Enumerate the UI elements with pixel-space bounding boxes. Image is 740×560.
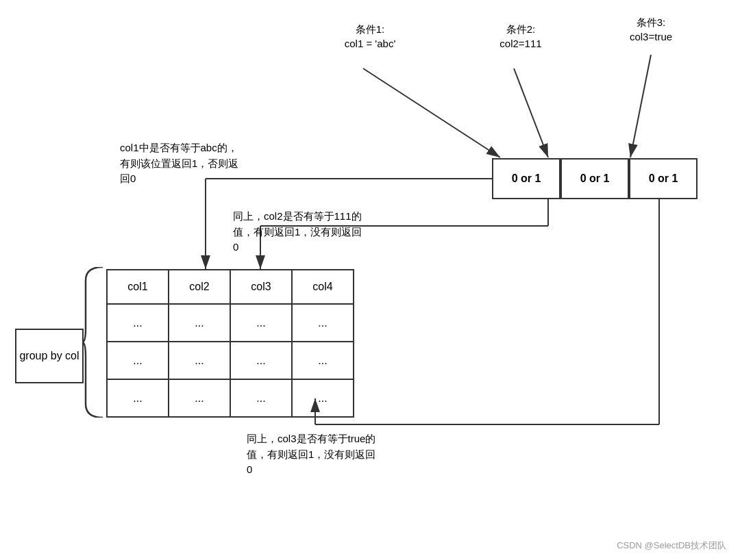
svg-line-4: [630, 55, 651, 157]
table-row: ... ... ... ...: [107, 304, 354, 342]
svg-line-2: [363, 68, 500, 157]
annotation-2: 同上，col2是否有等于111的 值，有则返回1，没有则返回 0: [233, 209, 452, 255]
col4-header: col4: [292, 270, 354, 304]
col3-header: col3: [230, 270, 292, 304]
condition2-label: 条件2: col2=111: [480, 22, 562, 51]
or-box-2: 0 or 1: [560, 158, 629, 199]
or-box-3: 0 or 1: [629, 158, 698, 199]
table-row: ... ... ... ...: [107, 342, 354, 379]
diagram-container: 条件1: col1 = 'abc' 条件2: col2=111 条件3: col…: [0, 0, 740, 560]
annotation-1: col1中是否有等于abc的， 有则该位置返回1，否则返 回0: [120, 140, 325, 187]
table-row: ... ... ... ...: [107, 379, 354, 417]
group-by-box: group by col: [15, 329, 84, 383]
svg-line-3: [514, 68, 548, 157]
col1-header: col1: [107, 270, 169, 304]
watermark: CSDN @SelectDB技术团队: [617, 539, 726, 552]
annotation-3: 同上，col3是否有等于true的 值，有则返回1，没有则返回 0: [247, 431, 480, 478]
main-table: col1 col2 col3 col4 ... ... ... ... ... …: [106, 269, 354, 418]
or-box-1: 0 or 1: [492, 158, 560, 199]
curly-brace: [82, 267, 110, 418]
condition1-label: 条件1: col1 = 'abc': [315, 22, 425, 51]
condition3-label: 条件3: col3=true: [603, 15, 699, 44]
col2-header: col2: [169, 270, 230, 304]
